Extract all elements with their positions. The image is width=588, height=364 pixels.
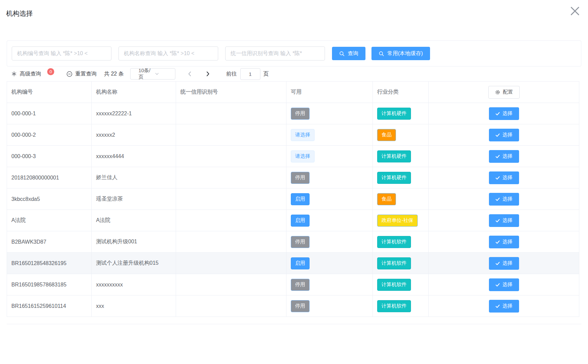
industry-badge[interactable]: 计算机软件	[377, 257, 411, 269]
prev-page-button[interactable]	[185, 70, 194, 78]
select-button[interactable]: 选择	[489, 171, 519, 184]
credit-code-cell	[176, 210, 286, 231]
org-name-cell: xxxxxx22222-1	[92, 103, 176, 124]
industry-badge[interactable]: 计算机软件	[377, 279, 411, 291]
table-row: 000-000-2xxxxxx2请选择食品选择	[7, 124, 579, 146]
select-button[interactable]: 选择	[489, 129, 519, 141]
status-badge[interactable]: 启用	[291, 193, 310, 205]
status-badge[interactable]: 停用	[291, 300, 310, 312]
table-bottom-border	[7, 317, 581, 324]
goto-page-label: 前往	[226, 71, 237, 78]
status-badge[interactable]: 停用	[291, 172, 310, 184]
industry-cell: 计算机软件	[373, 274, 429, 295]
config-button-label: 配置	[503, 89, 513, 95]
industry-cell: 食品	[373, 189, 429, 210]
select-button-label: 选择	[503, 303, 513, 309]
check-icon	[495, 154, 500, 159]
select-button-label: 选择	[503, 281, 513, 288]
org-code-cell: 000-000-2	[7, 124, 92, 146]
credit-code-cell	[176, 189, 286, 210]
org-code-search-input[interactable]	[12, 46, 111, 60]
industry-cell: 计算机软件	[373, 231, 429, 253]
column-header-industry: 行业分类	[373, 82, 429, 103]
available-cell: 停用	[286, 295, 373, 317]
action-cell: 选择	[429, 167, 579, 189]
org-name-cell: xxxxxx4444	[92, 146, 176, 167]
credit-code-search-input[interactable]	[225, 46, 325, 60]
select-button-label: 选择	[503, 239, 513, 245]
chevron-down-icon	[155, 72, 171, 76]
select-button[interactable]: 选择	[489, 214, 519, 227]
select-button[interactable]: 选择	[489, 107, 519, 120]
select-button[interactable]: 选择	[489, 193, 519, 206]
status-badge[interactable]: 启用	[291, 257, 310, 269]
status-badge[interactable]: 请选择	[291, 129, 315, 141]
next-page-button[interactable]	[203, 70, 212, 78]
industry-badge[interactable]: 计算机软件	[377, 300, 411, 312]
advanced-query-label: 高级查询	[20, 71, 41, 78]
select-button-label: 选择	[503, 260, 513, 266]
org-name-search-input[interactable]	[118, 46, 218, 60]
goto-page-suffix: 页	[263, 71, 269, 78]
close-icon[interactable]	[567, 3, 583, 19]
reset-query-button[interactable]: 重置查询	[66, 71, 97, 78]
check-icon	[495, 282, 500, 287]
org-name-cell: A法院	[92, 210, 176, 231]
industry-badge[interactable]: 计算机硬件	[377, 172, 411, 184]
industry-badge[interactable]: 食品	[377, 193, 396, 205]
industry-badge[interactable]: 食品	[377, 129, 396, 141]
pagination-toolbar: 高级查询 0 重置查询 共 22 条 10条/页	[7, 67, 581, 81]
available-cell: 停用	[286, 103, 373, 124]
asterisk-icon	[11, 71, 17, 77]
query-button[interactable]: 查询	[332, 47, 365, 60]
table-row: 3kbcc8xda5瑶圣堂凉茶启用食品选择	[7, 189, 579, 210]
select-button[interactable]: 选择	[489, 300, 519, 313]
select-button[interactable]: 选择	[489, 236, 519, 248]
select-button[interactable]: 选择	[489, 257, 519, 270]
available-cell: 停用	[286, 231, 373, 253]
check-icon	[495, 240, 500, 244]
minus-circle-icon	[66, 71, 73, 77]
table-header-row: 机构编号 机构名称 统一信用识别号 可用 行业分类 配置	[7, 82, 579, 103]
industry-badge[interactable]: 政府单位-社保	[377, 215, 418, 227]
common-cache-button[interactable]: 常用(本地缓存)	[371, 47, 430, 60]
org-code-cell: 000-000-3	[7, 146, 92, 167]
credit-code-cell	[176, 124, 286, 146]
select-button-label: 选择	[503, 174, 513, 181]
advanced-query-button[interactable]: 高级查询 0	[11, 71, 54, 78]
available-cell: 启用	[286, 253, 373, 274]
select-button[interactable]: 选择	[489, 278, 519, 291]
available-cell: 启用	[286, 189, 373, 210]
status-badge[interactable]: 启用	[291, 215, 310, 227]
industry-badge[interactable]: 计算机硬件	[377, 150, 411, 162]
organization-select-modal: 机构选择 查询	[0, 0, 588, 364]
page-size-select[interactable]: 10条/页	[130, 68, 175, 80]
column-header-available: 可用	[286, 82, 373, 103]
org-code-cell: B2BAWK3D87	[7, 231, 92, 253]
credit-code-cell	[176, 146, 286, 167]
status-badge[interactable]: 停用	[291, 279, 310, 291]
search-panel: 查询 常用(本地缓存)	[7, 40, 581, 67]
available-cell: 停用	[286, 167, 373, 189]
credit-code-cell	[176, 167, 286, 189]
credit-code-cell	[176, 103, 286, 124]
cache-button-label: 常用(本地缓存)	[387, 50, 423, 57]
industry-badge[interactable]: 计算机软件	[377, 236, 411, 248]
status-badge[interactable]: 请选择	[291, 150, 315, 162]
config-button[interactable]: 配置	[488, 86, 520, 99]
select-button[interactable]: 选择	[489, 150, 519, 163]
credit-code-cell	[176, 295, 286, 317]
org-code-cell: BR1650128548326195	[7, 253, 92, 274]
table-row: 000-000-3xxxxxx4444请选择计算机硬件选择	[7, 146, 579, 167]
industry-cell: 计算机硬件	[373, 146, 429, 167]
goto-page-input[interactable]	[240, 68, 260, 80]
status-badge[interactable]: 停用	[291, 236, 310, 248]
table-row: 000-000-1xxxxxx22222-1停用计算机硬件选择	[7, 103, 579, 124]
chevron-right-icon	[205, 71, 211, 77]
action-cell: 选择	[429, 274, 579, 295]
industry-cell: 政府单位-社保	[373, 210, 429, 231]
status-badge[interactable]: 停用	[291, 108, 310, 120]
industry-cell: 计算机硬件	[373, 167, 429, 189]
industry-cell: 食品	[373, 124, 429, 146]
industry-badge[interactable]: 计算机硬件	[377, 108, 411, 120]
